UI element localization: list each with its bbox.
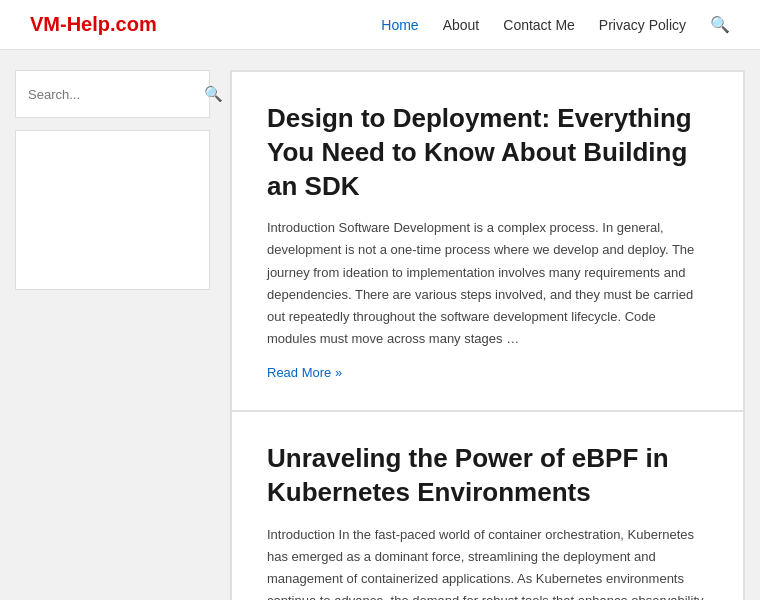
sidebar-widget (15, 130, 210, 290)
nav-privacy[interactable]: Privacy Policy (599, 17, 686, 33)
read-more-link[interactable]: Read More » (267, 365, 342, 380)
site-header: VM-Help.com Home About Contact Me Privac… (0, 0, 760, 50)
article-title: Unraveling the Power of eBPF in Kubernet… (267, 442, 708, 510)
nav-home[interactable]: Home (381, 17, 418, 33)
search-button[interactable]: 🔍 (204, 85, 223, 103)
sidebar-search-widget: 🔍 (15, 70, 210, 118)
main-content: Design to Deployment: Everything You Nee… (230, 70, 745, 600)
site-logo[interactable]: VM-Help.com (30, 13, 157, 36)
article-card: Design to Deployment: Everything You Nee… (231, 71, 744, 411)
main-nav: Home About Contact Me Privacy Policy 🔍 (381, 15, 730, 34)
search-icon[interactable]: 🔍 (710, 15, 730, 34)
page-wrapper: 🔍 Design to Deployment: Everything You N… (0, 50, 760, 600)
search-input[interactable] (28, 87, 196, 102)
nav-about[interactable]: About (443, 17, 480, 33)
articles-list: Design to Deployment: Everything You Nee… (230, 70, 745, 600)
article-excerpt: Introduction Software Development is a c… (267, 217, 708, 350)
article-excerpt: Introduction In the fast-paced world of … (267, 524, 708, 600)
sidebar: 🔍 (15, 70, 210, 600)
article-title: Design to Deployment: Everything You Nee… (267, 102, 708, 203)
nav-contact[interactable]: Contact Me (503, 17, 575, 33)
logo-text: VM-Help.com (30, 13, 157, 35)
article-card: Unraveling the Power of eBPF in Kubernet… (231, 411, 744, 600)
